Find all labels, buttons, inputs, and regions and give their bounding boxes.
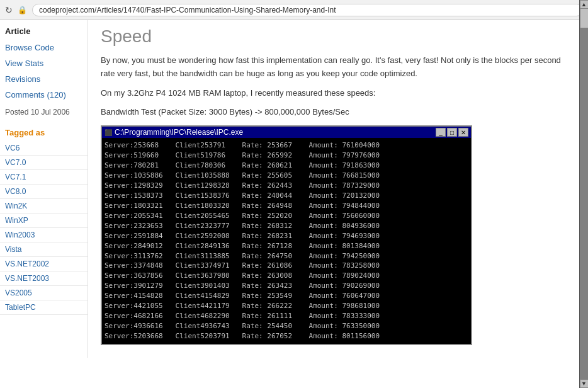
minimize-button[interactable]: _ <box>436 128 446 137</box>
url-bar[interactable]: codeproject.com/Articles/14740/Fast-IPC-… <box>32 4 583 16</box>
tag-vc6[interactable]: VC6 <box>0 141 88 156</box>
tag-vsnet2002[interactable]: VS.NET2002 <box>0 257 88 271</box>
console-titlebar-left: ⬛ C:\Programming\IPC\Release\IPC.exe <box>105 128 243 137</box>
tag-win2k[interactable]: Win2K <box>0 199 88 214</box>
sidebar-link-revisions[interactable]: Revisions <box>0 71 88 87</box>
browser-bar: ↻ 🔒 codeproject.com/Articles/14740/Fast-… <box>0 0 588 20</box>
scrollbar-thumb[interactable] <box>580 20 588 28</box>
sidebar-posted: Posted 10 Jul 2006 <box>0 103 88 122</box>
paragraph-2: On my 3.2Ghz P4 1024 MB RAM laptop, I re… <box>101 87 575 100</box>
page-heading: Speed <box>101 26 575 47</box>
close-button[interactable]: ✕ <box>458 128 468 137</box>
console-window: ⬛ C:\Programming\IPC\Release\IPC.exe _ □… <box>101 125 472 345</box>
tag-vista[interactable]: Vista <box>0 243 88 257</box>
scrollbar-track[interactable] <box>580 20 588 358</box>
article-section-title: Article <box>0 20 88 40</box>
main-layout: Article Browse Code View Stats Revisions… <box>0 20 588 358</box>
sidebar-link-view-stats[interactable]: View Stats <box>0 55 88 71</box>
sidebar-link-browse-code[interactable]: Browse Code <box>0 40 88 55</box>
main-content: Speed By now, you must be wondering how … <box>88 20 588 358</box>
tag-winxp[interactable]: WinXP <box>0 214 88 228</box>
sidebar: Article Browse Code View Stats Revisions… <box>0 20 88 358</box>
restore-button[interactable]: □ <box>447 128 457 137</box>
console-scrollbar[interactable]: ▲ ▼ <box>579 20 588 358</box>
sidebar-link-comments[interactable]: Comments (120) <box>0 87 88 103</box>
tagged-as-label: Tagged as <box>0 122 88 141</box>
content-body: By now, you must be wondering how fast t… <box>101 54 575 119</box>
tag-vc80[interactable]: VC8.0 <box>0 185 88 199</box>
tag-win2003[interactable]: Win2003 <box>0 228 88 243</box>
tag-tabletpc[interactable]: TabletPC <box>0 300 88 315</box>
console-body-wrapper: Server:253668 Client253791 Rate: 253667 … <box>102 138 471 344</box>
tag-vc71[interactable]: VC7.1 <box>0 170 88 185</box>
console-cmd-icon: ⬛ <box>105 129 112 136</box>
console-output: Server:253668 Client253791 Rate: 253667 … <box>105 140 468 341</box>
lock-icon: 🔒 <box>18 6 27 14</box>
bandwidth-text: Bandwidth Test (Packet Size: 3000 Bytes)… <box>101 106 575 119</box>
tag-vc70[interactable]: VC7.0 <box>0 156 88 170</box>
console-title: C:\Programming\IPC\Release\IPC.exe <box>115 128 243 137</box>
refresh-icon[interactable]: ↻ <box>5 5 13 15</box>
console-body: Server:253668 Client253791 Rate: 253667 … <box>102 138 471 344</box>
console-titlebar: ⬛ C:\Programming\IPC\Release\IPC.exe _ □… <box>102 127 471 138</box>
tag-vs2005[interactable]: VS2005 <box>0 286 88 300</box>
paragraph-1: By now, you must be wondering how fast t… <box>101 54 575 81</box>
console-titlebar-buttons: _ □ ✕ <box>436 128 468 137</box>
tag-vsnet2003[interactable]: VS.NET2003 <box>0 271 88 286</box>
